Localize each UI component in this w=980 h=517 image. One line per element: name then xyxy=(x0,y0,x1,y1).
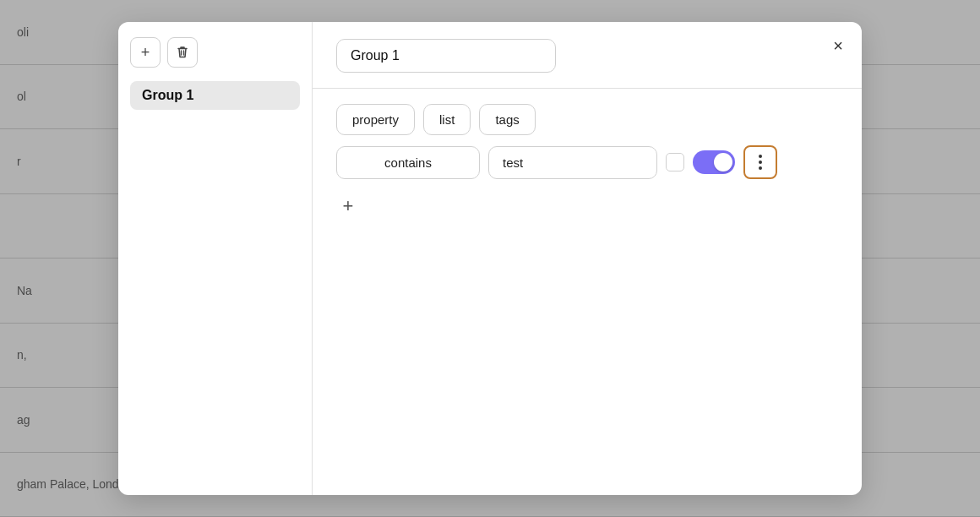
modal-overlay: × + Group 1 xyxy=(0,0,980,517)
list-filter-button[interactable]: list xyxy=(423,104,471,135)
filter-value-input[interactable] xyxy=(488,146,657,179)
filter-checkbox[interactable] xyxy=(666,153,684,171)
close-button[interactable]: × xyxy=(826,34,850,57)
more-options-button[interactable] xyxy=(743,145,777,179)
main-content: property list tags contains xyxy=(313,22,862,495)
dot-icon xyxy=(759,161,762,164)
property-filter-button[interactable]: property xyxy=(336,104,415,135)
operator-select[interactable]: contains xyxy=(336,146,480,179)
group-name-input[interactable] xyxy=(336,39,556,73)
group-item[interactable]: Group 1 xyxy=(130,81,300,110)
sidebar-toolbar: + xyxy=(130,37,300,68)
filter-bottom-row: contains xyxy=(336,145,838,179)
filter-top-row: property list tags xyxy=(336,104,838,135)
dot-icon xyxy=(759,166,762,170)
backdrop: oli ol r Na n, ag gham Palace, London, E… xyxy=(0,0,980,517)
delete-group-button[interactable] xyxy=(167,37,198,68)
add-group-button[interactable]: + xyxy=(130,37,161,68)
add-filter-row-button[interactable]: + xyxy=(336,194,360,218)
modal: × + Group 1 xyxy=(118,22,862,495)
toggle-switch[interactable] xyxy=(693,150,735,174)
tags-filter-button[interactable]: tags xyxy=(479,104,535,135)
trash-icon xyxy=(176,45,189,60)
divider xyxy=(313,88,862,89)
toggle-knob xyxy=(714,153,732,171)
dot-icon xyxy=(759,155,762,158)
sidebar: + Group 1 xyxy=(118,22,313,495)
